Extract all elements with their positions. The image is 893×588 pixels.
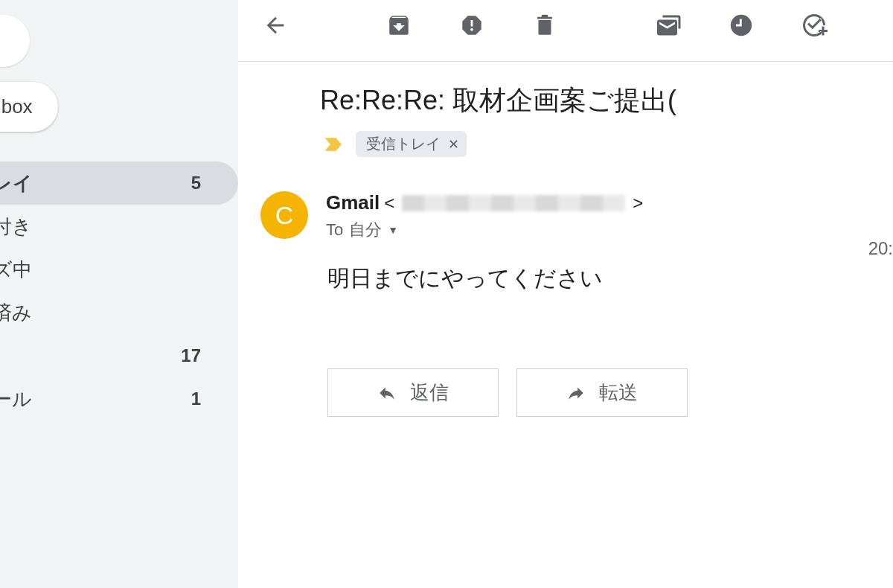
forward-label: 転送: [599, 380, 638, 406]
tag-label: 受信トレイ: [366, 134, 441, 154]
reply-button[interactable]: 返信: [327, 368, 499, 417]
subject-area: Re:Re:Re: 取材企画案ご提出( 受信トレイ ✕: [238, 62, 893, 157]
angle-bracket-close: >: [633, 193, 643, 214]
reply-icon: [377, 383, 397, 403]
sidebar-item-label: レイ: [0, 170, 33, 196]
trash-icon: [532, 13, 557, 38]
sender-avatar[interactable]: C: [260, 191, 308, 239]
sidebar-item-label: ズ中: [0, 257, 32, 283]
importance-icon: [323, 135, 345, 153]
archive-button[interactable]: [384, 10, 414, 40]
sidebar-item-count: 17: [181, 345, 201, 366]
inbox-label-tag[interactable]: 受信トレイ ✕: [356, 131, 467, 157]
mail-body: 明日までにやってください: [238, 241, 893, 294]
expand-recipients-icon[interactable]: ▼: [388, 224, 398, 236]
to-value: 自分: [349, 219, 382, 241]
remove-label-icon[interactable]: ✕: [448, 136, 459, 153]
archive-icon: [386, 13, 412, 38]
main: Re:Re:Re: 取材企画案ご提出( 受信トレイ ✕ C Gmail < > …: [238, 0, 893, 588]
to-prefix: To: [326, 220, 343, 240]
mail-subject: Re:Re:Re: 取材企画案ご提出(: [320, 83, 893, 119]
compose-button[interactable]: Inbox: [0, 82, 58, 132]
to-line[interactable]: To 自分 ▼: [326, 219, 893, 241]
action-row: 返信 転送: [238, 294, 893, 417]
sidebar-item-label: 済み: [0, 300, 32, 326]
back-button[interactable]: [260, 10, 290, 40]
forward-button[interactable]: 転送: [516, 368, 688, 417]
sidebar-item-label: 付き: [0, 214, 32, 240]
sender-email-redacted: [402, 195, 625, 211]
toolbar: [238, 0, 893, 62]
sidebar-item-sent[interactable]: 済み: [0, 291, 238, 334]
angle-bracket-open: <: [384, 193, 394, 214]
add-task-button[interactable]: [799, 10, 829, 40]
message-header: C Gmail < > To 自分 ▼: [238, 157, 893, 241]
mark-unread-icon: [655, 12, 682, 39]
back-arrow-icon: [263, 13, 288, 38]
report-spam-icon: [459, 13, 484, 38]
sender-name: Gmail: [326, 191, 380, 214]
forward-icon: [566, 383, 586, 403]
from-line: Gmail < >: [326, 191, 893, 214]
compose-label: Inbox: [0, 95, 33, 118]
snooze-button[interactable]: [726, 10, 756, 40]
sidebar-item-snoozed[interactable]: ズ中: [0, 248, 238, 291]
avatar-letter: C: [275, 201, 294, 230]
sidebar-nav: レイ 5 付き ズ中 済み 17 ール 1: [0, 162, 238, 421]
sidebar-item-label: ール: [0, 386, 32, 412]
sidebar-item-inbox[interactable]: レイ 5: [0, 162, 238, 205]
sidebar-item-drafts[interactable]: 17: [0, 334, 238, 377]
sidebar-item-count: 1: [191, 389, 201, 409]
report-spam-button[interactable]: [457, 10, 487, 40]
sidebar-item-count: 5: [191, 173, 201, 194]
sidebar: Inbox レイ 5 付き ズ中 済み 17 ール 1: [0, 0, 238, 588]
add-task-icon: [801, 12, 828, 39]
sidebar-item-starred[interactable]: 付き: [0, 205, 238, 248]
timestamp: 20:: [868, 238, 893, 259]
sidebar-item-allmail[interactable]: ール 1: [0, 377, 238, 421]
delete-button[interactable]: [530, 10, 560, 40]
importance-marker[interactable]: [323, 135, 345, 153]
mark-unread-button[interactable]: [653, 10, 683, 40]
profile-avatar[interactable]: [0, 15, 30, 67]
clock-icon: [729, 13, 754, 38]
reply-label: 返信: [410, 380, 449, 406]
